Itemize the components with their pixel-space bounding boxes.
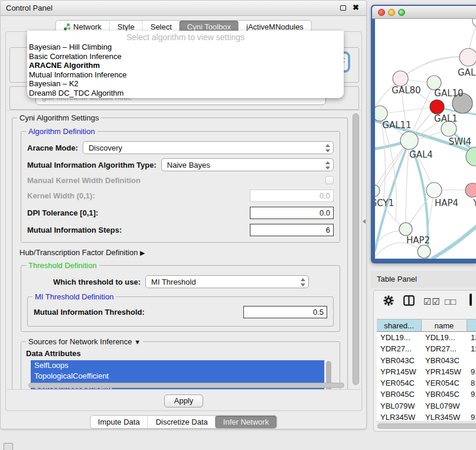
algorithm-option[interactable]: Mutual Information Inference bbox=[27, 70, 344, 80]
chevron-down-icon: ▼ bbox=[134, 338, 141, 345]
algorithm-option[interactable]: ARACNE Algorithm bbox=[27, 61, 344, 70]
table-cell: YDR27... bbox=[377, 343, 422, 354]
network-node[interactable] bbox=[472, 19, 476, 27]
network-node-label: GAL10 bbox=[434, 88, 463, 99]
tab-label: jActiveMNodules bbox=[246, 22, 304, 31]
network-node[interactable] bbox=[375, 106, 387, 121]
tab-label: Network bbox=[73, 22, 102, 31]
network-canvas[interactable]: GALGAL80GAL10GAL1GAL11SWI4GAL4GCY1HAP4YH… bbox=[375, 19, 476, 259]
table-horizontal-scrollbar[interactable] bbox=[376, 422, 476, 429]
table-cell: YBR043C bbox=[377, 355, 422, 366]
column-header[interactable] bbox=[467, 319, 476, 332]
table-row[interactable]: YBL079WYBL079W bbox=[377, 400, 476, 412]
network-node[interactable] bbox=[399, 223, 412, 236]
table-cell: 12 bbox=[467, 343, 476, 354]
network-icon bbox=[63, 23, 70, 31]
table-row[interactable]: YPR145WYPR145W9. bbox=[377, 366, 476, 377]
aracne-mode-combobox[interactable]: Discovery bbox=[83, 141, 334, 154]
network-node[interactable] bbox=[459, 48, 476, 66]
network-edge[interactable] bbox=[380, 107, 437, 113]
close-icon[interactable]: ✖ bbox=[353, 3, 359, 12]
manual-kernel-label: Manual Kernel Width Definition bbox=[27, 176, 141, 185]
network-window-titlebar bbox=[372, 6, 476, 19]
algorithm-option[interactable]: Dream8 DC_TDC Algorithm bbox=[27, 89, 344, 98]
table-row[interactable]: YBR045CYBR045C9. bbox=[377, 389, 476, 400]
network-node[interactable] bbox=[375, 185, 380, 197]
table-panel-title: Table Panel bbox=[377, 275, 417, 283]
mi-threshold-group: MI Threshold Definition Mutual Informati… bbox=[27, 296, 334, 327]
kernel-width-field[interactable]: 0.0 bbox=[250, 190, 334, 202]
network-node-label: HAP2 bbox=[406, 235, 430, 246]
splitter-collapse-icon[interactable] bbox=[363, 219, 366, 224]
network-node-label: SWI4 bbox=[449, 136, 471, 147]
table-row[interactable]: YLR345WYLR345W9. bbox=[377, 412, 476, 420]
table-cell: YPR145W bbox=[377, 366, 422, 377]
deselect-all-checks-icon[interactable]: □□ bbox=[445, 296, 457, 306]
network-node[interactable] bbox=[426, 182, 442, 198]
mi-steps-field[interactable]: 6 bbox=[250, 224, 334, 236]
tab-label: Infer Network bbox=[223, 418, 269, 426]
close-traffic-light-icon[interactable] bbox=[378, 9, 385, 16]
bottom-left-widget[interactable] bbox=[4, 443, 13, 450]
node-attribute-table[interactable]: shared...name YDL19...YDL19...13YDR27...… bbox=[377, 319, 476, 420]
mi-type-value: Naive Bayes bbox=[167, 161, 210, 169]
columns-icon[interactable] bbox=[403, 295, 415, 308]
table-row[interactable]: YDR27...YDR27...12 bbox=[377, 343, 476, 354]
algorithm-option[interactable]: Basic Correlation Inference bbox=[27, 52, 344, 61]
tab-infer-network[interactable]: Infer Network bbox=[216, 416, 276, 428]
control-panel-window: Control Panel ✖ NetworkStyleSelectCyni T… bbox=[0, 0, 367, 429]
table-row[interactable]: YBR043CYBR043C bbox=[377, 355, 476, 366]
mi-type-combobox[interactable]: Naive Bayes bbox=[161, 158, 334, 171]
new-table-icon[interactable] bbox=[470, 295, 472, 305]
settings-horizontal-scrollbar[interactable] bbox=[28, 383, 347, 389]
network-node-label: GAL1 bbox=[434, 113, 458, 124]
which-threshold-combobox[interactable]: MI Threshold bbox=[145, 275, 309, 288]
network-edge[interactable] bbox=[406, 141, 409, 229]
network-node[interactable] bbox=[400, 132, 418, 149]
mi-threshold-label: Mutual Information Threshold: bbox=[34, 308, 145, 317]
zoom-traffic-light-icon[interactable] bbox=[398, 9, 405, 16]
cyni-algorithm-settings-title: Cyni Algorithm Settings bbox=[17, 113, 101, 122]
select-all-checks-icon[interactable]: ☑☑ bbox=[423, 296, 441, 307]
table-row[interactable]: YER054CYER054C8. bbox=[377, 377, 476, 389]
settings-vertical-scrollbar[interactable] bbox=[353, 113, 359, 385]
network-node[interactable] bbox=[430, 100, 444, 114]
algorithm-option[interactable]: Bayesian – K2 bbox=[27, 79, 344, 89]
float-window-icon[interactable] bbox=[340, 5, 346, 11]
column-header[interactable]: shared... bbox=[377, 319, 422, 332]
network-node[interactable] bbox=[418, 245, 431, 258]
tab-discretize-data[interactable]: Discretize Data bbox=[148, 416, 216, 428]
gear-icon[interactable] bbox=[383, 295, 394, 308]
table-cell: 8. bbox=[467, 377, 476, 389]
network-node[interactable] bbox=[465, 183, 476, 197]
attribute-list-item[interactable]: TopologicalCoefficient bbox=[31, 371, 331, 381]
manual-kernel-checkbox[interactable] bbox=[325, 176, 334, 184]
sources-title[interactable]: Sources for Network Inference ▼ bbox=[26, 337, 143, 346]
column-header[interactable]: name bbox=[422, 319, 467, 332]
network-node[interactable] bbox=[393, 71, 408, 86]
attribute-list-item[interactable]: SelfLoops bbox=[31, 360, 331, 371]
table-cell: 9. bbox=[467, 366, 476, 377]
tab-label: Discretize Data bbox=[156, 418, 208, 426]
table-cell: YDR27... bbox=[422, 343, 467, 354]
table-panel: ☑☑ □□ shared...name YDL19...YDL19...13YD… bbox=[371, 288, 476, 435]
chevron-right-icon: ▶ bbox=[140, 249, 145, 256]
aracne-mode-label: Aracne Mode: bbox=[27, 144, 78, 152]
apply-button[interactable]: Apply bbox=[164, 394, 203, 407]
table-row[interactable]: YDL19...YDL19...13 bbox=[377, 332, 476, 343]
network-edge-highlighted[interactable] bbox=[433, 227, 476, 258]
combo-stepper-icon bbox=[325, 144, 330, 153]
mi-threshold-field[interactable]: 0.5 bbox=[243, 306, 327, 318]
table-cell: YDL19... bbox=[377, 332, 422, 343]
hub-definition-toggle[interactable]: Hub/Transcription Factor Definition ▶ bbox=[19, 248, 347, 257]
table-cell: YLR345W bbox=[377, 412, 422, 420]
threshold-definition-group: Threshold Definition Which threshold to … bbox=[21, 265, 340, 332]
which-threshold-label: Which threshold to use: bbox=[53, 278, 141, 286]
dpi-tolerance-field[interactable]: 0.0 bbox=[250, 207, 334, 219]
algorithm-option[interactable]: Bayesian – Hill Climbing bbox=[27, 43, 344, 52]
tab-label: Style bbox=[118, 22, 135, 31]
tab-impute-data[interactable]: Impute Data bbox=[90, 416, 148, 428]
network-node-label: GCY1 bbox=[375, 198, 394, 208]
sources-title-text: Sources for Network Inference bbox=[28, 337, 132, 346]
minimize-traffic-light-icon[interactable] bbox=[388, 9, 395, 16]
